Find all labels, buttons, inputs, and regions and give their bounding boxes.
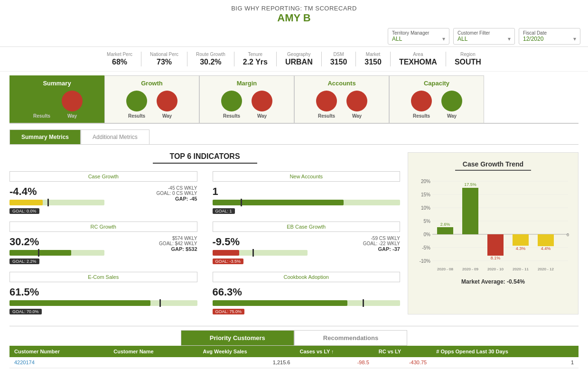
metric-area: Area TEXHOMA [391, 52, 446, 66]
indicator-case-growth: Case Growth -4.4% GOAL: 0.0% -45 CS WKLY… [9, 171, 197, 214]
capacity-way-circle: Way [441, 91, 462, 119]
indicator-ecom-sales: E-Com Sales 61.5% GOAL: 70.0% [9, 272, 197, 314]
tab-accounts[interactable]: Accounts Results Way [294, 75, 389, 123]
col-rc-ly: RC vs LY [374, 346, 431, 357]
indicator-value-cookbook-adoption: 66.3% [213, 286, 401, 298]
metric-market-perc: Market Perc 68% [98, 52, 141, 66]
svg-text:2020 - 08: 2020 - 08 [437, 267, 453, 271]
accounts-results-circle: Results [316, 91, 337, 119]
tab-priority-customers[interactable]: Priority Customers [181, 330, 294, 346]
indicator-eb-case-growth: EB Case Growth -9.5% GOAL: -3.5% -59 CS … [213, 221, 401, 264]
gap-rc-growth: GAP: $532 [159, 246, 197, 252]
svg-text:2020 - 09: 2020 - 09 [462, 267, 478, 271]
svg-text:15%: 15% [421, 192, 430, 197]
svg-text:0: 0 [567, 232, 569, 237]
summary-tabs: Summary Metrics Additional Metrics [9, 129, 579, 145]
circle-red-6 [411, 91, 432, 111]
indicator-value-eb-case-growth: -9.5% [213, 236, 308, 248]
indicator-value-case-growth: -4.4% [9, 185, 104, 198]
priority-tabs: Priority Customers Recommendations [9, 330, 579, 346]
filter-label-fiscal: Fiscal Date [523, 30, 547, 36]
accounts-way-circle: Way [346, 91, 367, 119]
metric-dsm: DSM 3150 [322, 52, 356, 66]
goal-badge-cookbook-adoption: GOAL: 75.0% [213, 309, 245, 314]
tab-recommendations[interactable]: Recommendations [294, 330, 407, 346]
svg-rect-14 [437, 227, 453, 234]
stats-line2-rc-growth: GOAL: $42 WKLY [159, 241, 197, 246]
stats-line2-case-growth: GOAL: 0 CS WKLY [157, 191, 197, 196]
goal-badge-eb-case-growth: GOAL: -3.5% [213, 258, 244, 264]
trend-chart: 20% 15% 10% 5% 0% -5% -10% 2.6% [416, 176, 570, 271]
svg-text:20%: 20% [421, 179, 430, 184]
customer-filter[interactable]: Customer Filter ALL▾ [453, 28, 515, 45]
col-customer-number: Customer Number [9, 346, 109, 357]
stats-line2-eb-case-growth: GOAL: -22 WKLY [363, 241, 400, 246]
col-cases-ly: Cases vs LY ↑ [295, 346, 373, 357]
market-avg: Market Average: -0.54% [416, 278, 570, 285]
svg-text:5%: 5% [424, 219, 431, 224]
svg-text:4.4%: 4.4% [541, 246, 551, 251]
growth-way-circle: Way [157, 91, 177, 119]
svg-rect-18 [487, 234, 504, 256]
cell-customer-num[interactable]: 4220174 [9, 357, 109, 368]
metric-route-growth: Route Growth 30.2% [187, 52, 234, 66]
tab-summary-metrics[interactable]: Summary Metrics [9, 129, 81, 144]
circle-green-2 [126, 91, 147, 111]
stats-line1-rc-growth: $574 WKLY [159, 236, 197, 241]
goal-badge-rc-growth: GOAL: 2.2% [9, 258, 39, 264]
margin-results-circle: Results [221, 91, 242, 119]
tab-growth-label: Growth [141, 80, 163, 87]
fiscal-date-filter[interactable]: Fiscal Date 12/2020▾ [519, 28, 580, 45]
svg-text:-10%: -10% [420, 258, 430, 264]
capacity-results-circle: Results [411, 91, 432, 119]
indicator-rc-growth: RC Growth 30.2% GOAL: 2.2% $574 WKLY GOA… [9, 221, 197, 264]
tab-growth[interactable]: Growth Results Way [104, 75, 199, 123]
indicator-label-eb-case-growth: EB Case Growth [213, 221, 401, 232]
metric-tenure: Tenure 2.2 Yrs [234, 52, 277, 66]
indicator-label-rc-growth: RC Growth [9, 221, 197, 232]
indicator-label-cookbook-adoption: Cookbook Adoption [213, 272, 401, 282]
indicator-value-new-accounts: 1 [213, 185, 401, 198]
table-header-row: Customer Number Customer Name Avg Weekly… [9, 346, 579, 357]
svg-rect-16 [462, 188, 478, 234]
svg-text:2020 - 11: 2020 - 11 [513, 267, 529, 271]
growth-results-circle: Results [126, 91, 147, 119]
metric-national-perc: National Perc 73% [141, 52, 187, 66]
svg-text:2.6%: 2.6% [440, 222, 450, 227]
tab-additional-metrics[interactable]: Additional Metrics [81, 129, 149, 144]
tab-summary[interactable]: Summary Results Way [9, 75, 104, 123]
metric-market: Market 3150 [356, 52, 391, 66]
svg-text:8.1%: 8.1% [491, 256, 501, 260]
trend-box: Case Growth Trend 20% 15% 10% 5% 0% -5% … [408, 152, 579, 314]
indicator-label-ecom-sales: E-Com Sales [9, 272, 197, 282]
table-row: 4220174 1,215.6 -98.5 -430.75 1 [9, 357, 579, 368]
tab-margin[interactable]: Margin Results Way [199, 75, 294, 123]
trend-section: Case Growth Trend 20% 15% 10% 5% 0% -5% … [408, 152, 579, 314]
svg-text:2020 - 12: 2020 - 12 [538, 267, 554, 271]
tab-margin-label: Margin [237, 80, 257, 87]
indicator-value-ecom-sales: 61.5% [9, 286, 197, 298]
svg-text:10%: 10% [421, 205, 430, 211]
indicators-section: TOP 6 INDICATORS Case Growth -4.4% GOAL:… [9, 152, 400, 314]
cell-rc-ly: -430.75 [374, 357, 431, 368]
circle-red-5 [346, 91, 367, 111]
svg-rect-20 [513, 234, 529, 246]
svg-text:0%: 0% [424, 232, 431, 237]
page-subtitle: BIG WHY REPORTING: TM SCORECARD [0, 5, 588, 12]
circle-red-2 [157, 91, 177, 111]
page-header: BIG WHY REPORTING: TM SCORECARD AMY B [0, 0, 588, 26]
territory-manager-filter[interactable]: Territory Manager ALL▾ [388, 28, 449, 45]
tab-capacity[interactable]: Capacity Results Way [389, 75, 484, 123]
col-customer-name: Customer Name [109, 346, 198, 357]
circle-green-4 [441, 91, 462, 111]
goal-badge-ecom-sales: GOAL: 70.0% [9, 309, 42, 314]
priority-customers-table: Customer Number Customer Name Avg Weekly… [9, 346, 579, 369]
indicator-label-new-accounts: New Accounts [213, 171, 401, 182]
section-divider [9, 326, 579, 326]
col-avg-weekly-sales: Avg Weekly Sales [198, 346, 295, 357]
svg-text:-5%: -5% [422, 245, 430, 250]
filter-label-customer: Customer Filter [457, 30, 490, 36]
circle-green-3 [221, 91, 242, 111]
top6-underline [153, 163, 257, 164]
svg-text:2020 - 10: 2020 - 10 [487, 267, 504, 271]
